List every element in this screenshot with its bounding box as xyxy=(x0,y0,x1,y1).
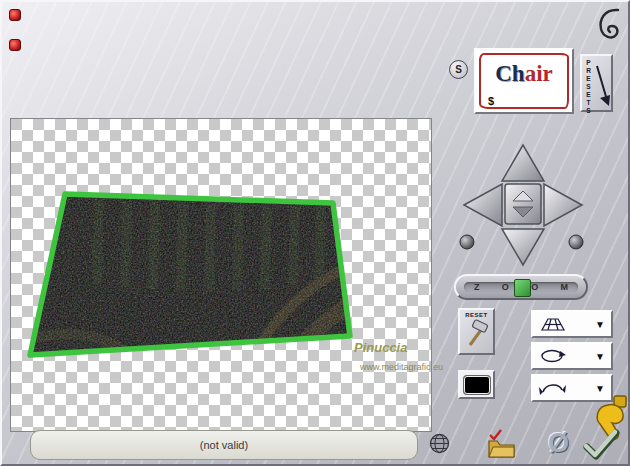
zoom-letter-z: Z xyxy=(474,282,480,292)
cancel-button[interactable]: Ø xyxy=(548,430,569,457)
nudge-up-button[interactable] xyxy=(500,143,546,183)
nudge-down-button[interactable] xyxy=(500,227,546,267)
nudge-left-button[interactable] xyxy=(462,182,504,228)
watermark-line2: www.meditagrafic.eu xyxy=(360,362,443,372)
rotation-mode-dropdown[interactable]: ▼ xyxy=(531,342,613,370)
red-led-button-1[interactable] xyxy=(9,9,21,21)
knob-left[interactable] xyxy=(459,234,475,250)
logo-dollar-mark: $ xyxy=(488,95,494,107)
center-nudge-button[interactable] xyxy=(504,183,542,225)
grid-sphere-icon[interactable] xyxy=(429,433,450,454)
red-led-button-2[interactable] xyxy=(9,39,21,51)
reset-button[interactable]: RESET xyxy=(458,308,495,355)
display-toggle-button[interactable] xyxy=(458,370,495,399)
presets-button[interactable]: PRESETS xyxy=(580,54,613,112)
zoom-letter-o2: O xyxy=(531,282,538,292)
dropdown-caret-icon: ▼ xyxy=(595,351,605,362)
plugin-dialog-window: S Chair $ PRESETS xyxy=(0,0,630,466)
nudge-right-button[interactable] xyxy=(542,182,584,228)
knob-right[interactable] xyxy=(568,234,584,250)
logo-text-air: air xyxy=(525,61,553,86)
rotate-ellipse-icon xyxy=(539,347,567,365)
presets-button-label: PRESETS xyxy=(585,59,592,115)
page-curl-icon[interactable] xyxy=(595,6,625,42)
black-screen-icon xyxy=(464,376,490,394)
watermark-line1: Pinuccia xyxy=(354,340,407,355)
flip-arrow-icon xyxy=(539,379,567,397)
dropdown-caret-icon: ▼ xyxy=(595,383,605,394)
logo-text: Chair xyxy=(476,62,572,85)
zoom-letter-o1: O xyxy=(502,282,509,292)
perspective-grid-icon xyxy=(539,315,567,333)
perspective-mode-dropdown[interactable]: ▼ xyxy=(531,310,613,338)
s-button[interactable]: S xyxy=(449,60,468,79)
logo-card: Chair $ xyxy=(474,48,574,114)
presets-arrow-icon xyxy=(594,62,612,108)
open-preset-folder-button[interactable] xyxy=(486,427,516,459)
slashed-circle-icon: Ø xyxy=(548,428,569,458)
zoom-slider[interactable]: Z O O M xyxy=(454,274,588,300)
s-button-label: S xyxy=(455,64,462,75)
logo-text-ch: Ch xyxy=(495,61,524,86)
hammer-icon xyxy=(464,318,490,348)
ok-button[interactable] xyxy=(582,428,620,462)
status-text: (not valid) xyxy=(200,439,248,451)
noise-overlay xyxy=(30,194,350,355)
preview-area[interactable] xyxy=(10,118,432,432)
dropdown-caret-icon: ▼ xyxy=(595,319,605,330)
zoom-thumb[interactable] xyxy=(514,279,531,297)
zoom-letter-m: M xyxy=(560,282,568,292)
status-bar: (not valid) xyxy=(30,430,418,460)
warped-image-preview xyxy=(11,119,431,431)
